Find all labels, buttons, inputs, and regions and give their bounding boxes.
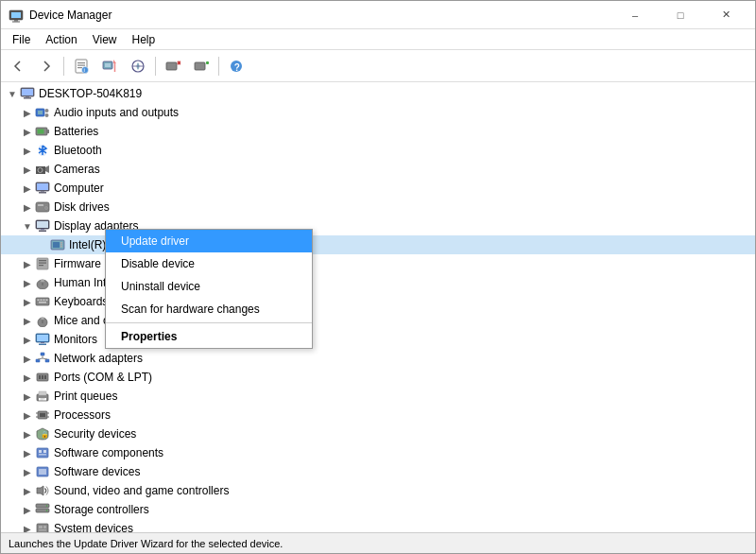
maximize-button[interactable]: □ bbox=[659, 1, 702, 29]
svg-rect-58 bbox=[39, 265, 43, 266]
disk-icon bbox=[35, 199, 50, 215]
software-components-label: Software components bbox=[54, 446, 163, 459]
audio-toggle[interactable]: ▶ bbox=[20, 105, 35, 120]
ctx-uninstall-device[interactable]: Uninstall device bbox=[106, 275, 312, 298]
tree-item-disk[interactable]: ▶ Disk drives bbox=[1, 198, 755, 216]
update-driver-toolbar-button[interactable] bbox=[96, 53, 123, 79]
svg-rect-83 bbox=[42, 375, 43, 379]
tree-item-computer[interactable]: ▶ Computer bbox=[1, 179, 755, 198]
add-legacy-button[interactable] bbox=[188, 53, 215, 79]
tree-item-sound[interactable]: ▶ Sound, video and game controllers bbox=[1, 481, 755, 500]
hid-toggle[interactable]: ▶ bbox=[20, 275, 35, 290]
cameras-toggle[interactable]: ▶ bbox=[20, 162, 35, 177]
network-toggle[interactable]: ▶ bbox=[20, 351, 35, 366]
keyboards-label: Keyboards bbox=[54, 295, 108, 308]
svg-rect-91 bbox=[40, 413, 45, 417]
tree-item-security[interactable]: ▶ 🔒 Security devices bbox=[1, 424, 755, 443]
software-devices-label: Software devices bbox=[54, 465, 140, 478]
svg-rect-73 bbox=[41, 342, 44, 343]
tree-item-software-components[interactable]: ▶ Software components bbox=[1, 443, 755, 462]
ctx-update-driver[interactable]: Update driver bbox=[106, 230, 312, 252]
svg-rect-26 bbox=[26, 96, 29, 97]
security-icon: 🔒 bbox=[35, 426, 50, 441]
processor-icon bbox=[35, 407, 50, 423]
svg-rect-109 bbox=[39, 526, 43, 528]
ports-icon bbox=[35, 370, 50, 385]
svg-rect-55 bbox=[37, 258, 48, 269]
ports-toggle[interactable]: ▶ bbox=[20, 370, 35, 385]
disk-toggle[interactable]: ▶ bbox=[20, 199, 35, 215]
tree-item-storage[interactable]: ▶ Storage controllers bbox=[1, 500, 755, 519]
ctx-properties[interactable]: Properties bbox=[106, 325, 312, 348]
menu-view[interactable]: View bbox=[85, 31, 125, 48]
svg-rect-86 bbox=[39, 391, 46, 395]
svg-marker-103 bbox=[37, 486, 43, 495]
tree-item-cameras[interactable]: ▶ Cameras bbox=[1, 160, 755, 179]
tree-item-bluetooth[interactable]: ▶ Bluetooth bbox=[1, 141, 755, 160]
tree-item-processors[interactable]: ▶ Processors bbox=[1, 406, 755, 424]
forward-button[interactable] bbox=[33, 53, 60, 79]
menu-action[interactable]: Action bbox=[38, 31, 84, 48]
mice-toggle[interactable]: ▶ bbox=[20, 313, 35, 328]
tree-item-software-devices[interactable]: ▶ Software devices bbox=[1, 462, 755, 481]
svg-rect-49 bbox=[39, 231, 46, 233]
firmware-toggle[interactable]: ▶ bbox=[20, 256, 35, 271]
tree-item-print[interactable]: ▶ Print queues bbox=[1, 387, 755, 406]
batteries-label: Batteries bbox=[54, 125, 98, 138]
computer-toggle[interactable]: ▶ bbox=[20, 181, 35, 196]
print-toggle[interactable]: ▶ bbox=[20, 389, 35, 404]
monitor-icon bbox=[35, 332, 50, 347]
status-bar: Launches the Update Driver Wizard for th… bbox=[1, 532, 755, 553]
display-icon bbox=[35, 218, 50, 234]
tree-item-network[interactable]: ▶ Network adapters bbox=[1, 349, 755, 368]
update-driver-icon bbox=[102, 59, 117, 74]
bluetooth-toggle[interactable]: ▶ bbox=[20, 143, 35, 158]
svg-rect-1 bbox=[11, 12, 21, 18]
tree-item-batteries[interactable]: ▶ Batteries bbox=[1, 122, 755, 141]
display-toggle[interactable]: ▼ bbox=[20, 218, 35, 234]
svg-rect-54 bbox=[60, 246, 62, 248]
ctx-scan-hardware[interactable]: Scan for hardware changes bbox=[106, 298, 312, 320]
remove-device-button[interactable] bbox=[160, 53, 186, 79]
system-toggle[interactable]: ▶ bbox=[20, 521, 35, 532]
properties-button[interactable]: i bbox=[68, 53, 94, 79]
network-label: Network adapters bbox=[54, 352, 143, 365]
keyboard-toggle[interactable]: ▶ bbox=[20, 294, 35, 309]
sound-label: Sound, video and game controllers bbox=[54, 484, 229, 497]
software-devices-toggle[interactable]: ▶ bbox=[20, 464, 35, 479]
tree-item-ports[interactable]: ▶ Ports (COM & LPT) bbox=[1, 368, 755, 387]
security-label: Security devices bbox=[54, 427, 136, 441]
help-button[interactable]: ? bbox=[223, 53, 249, 79]
ctx-disable-device[interactable]: Disable device bbox=[106, 252, 312, 275]
scan-hardware-toolbar-button[interactable] bbox=[125, 53, 151, 79]
back-button[interactable] bbox=[5, 53, 31, 79]
menu-help[interactable]: Help bbox=[125, 31, 163, 48]
svg-line-80 bbox=[43, 358, 47, 359]
device-manager-window: Device Manager – □ ✕ File Action View He… bbox=[0, 0, 756, 554]
keyboard-icon bbox=[35, 294, 50, 309]
software-components-toggle[interactable]: ▶ bbox=[20, 445, 35, 460]
firmware-icon bbox=[35, 256, 50, 271]
minimize-button[interactable]: – bbox=[613, 1, 657, 29]
tree-root[interactable]: ▼ DESKTOP-504K819 bbox=[1, 84, 755, 103]
svg-rect-110 bbox=[43, 526, 46, 528]
svg-rect-102 bbox=[39, 469, 46, 475]
sound-toggle[interactable]: ▶ bbox=[20, 483, 35, 498]
system-label: System devices bbox=[54, 522, 133, 532]
tree-item-system[interactable]: ▶ System devices bbox=[1, 519, 755, 532]
menu-file[interactable]: File bbox=[5, 31, 38, 48]
processors-label: Processors bbox=[54, 408, 111, 422]
batteries-toggle[interactable]: ▶ bbox=[20, 124, 35, 139]
processors-toggle[interactable]: ▶ bbox=[20, 407, 35, 423]
back-icon bbox=[11, 60, 25, 73]
close-button[interactable]: ✕ bbox=[704, 1, 747, 29]
monitors-toggle[interactable]: ▶ bbox=[20, 332, 35, 347]
storage-toggle[interactable]: ▶ bbox=[20, 502, 35, 517]
svg-rect-63 bbox=[38, 300, 40, 302]
tree-item-audio[interactable]: ▶ Audio inputs and outputs bbox=[1, 103, 755, 122]
security-toggle[interactable]: ▶ bbox=[20, 426, 35, 441]
title-bar: Device Manager – □ ✕ bbox=[1, 1, 755, 29]
svg-rect-88 bbox=[41, 399, 45, 400]
scan-hardware-icon bbox=[130, 59, 146, 74]
root-toggle[interactable]: ▼ bbox=[5, 86, 20, 101]
